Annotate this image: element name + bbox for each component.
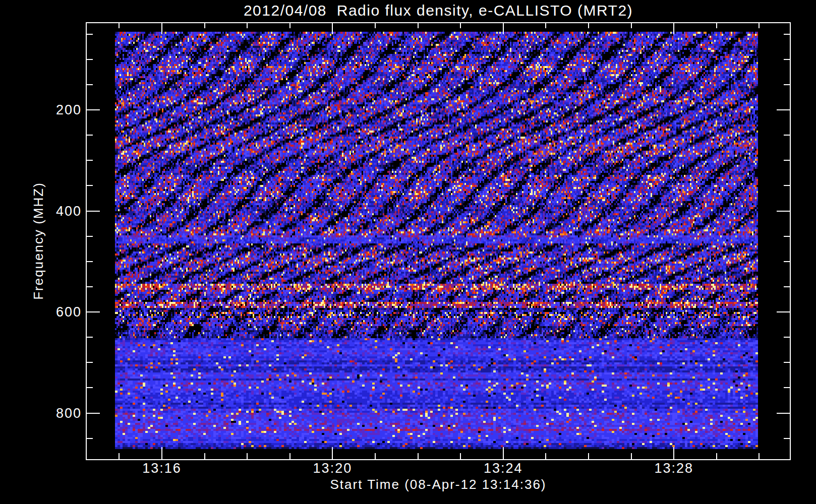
x-axis-minor-tick (119, 453, 120, 459)
y-axis-minor-tick (87, 160, 93, 161)
y-tick-label: 200 (29, 102, 82, 117)
y-axis-minor-tick (87, 286, 93, 287)
y-axis-major-tick (777, 211, 790, 212)
y-axis-major-tick (87, 211, 100, 212)
y-axis-minor-tick (87, 135, 93, 136)
y-axis-minor-tick (784, 34, 790, 35)
y-axis-minor-tick (87, 261, 93, 262)
y-axis-minor-tick (87, 438, 93, 439)
y-axis-minor-tick (784, 84, 790, 85)
y-axis-major-tick (87, 413, 100, 414)
x-axis-minor-tick (588, 453, 589, 459)
y-axis-major-tick (777, 311, 790, 312)
x-axis-major-tick (332, 22, 333, 34)
y-axis-minor-tick (784, 135, 790, 136)
y-axis-major-tick (87, 311, 100, 312)
y-axis-minor-tick (87, 84, 93, 85)
x-axis-minor-tick (375, 453, 376, 459)
x-axis-minor-tick (631, 22, 632, 28)
plot-title: 2012/04/08 Radio flux density, e-CALLIST… (86, 2, 791, 19)
y-axis-major-tick (777, 413, 790, 414)
y-axis-major-tick (87, 109, 100, 110)
x-axis-minor-tick (247, 453, 248, 459)
y-axis-minor-tick (87, 34, 93, 35)
x-axis-minor-tick (418, 22, 419, 28)
x-axis-minor-tick (716, 22, 717, 28)
x-axis-major-tick (161, 22, 162, 34)
x-axis-minor-tick (247, 22, 248, 28)
y-axis-minor-tick (784, 438, 790, 439)
y-axis-minor-tick (784, 337, 790, 338)
x-axis-minor-tick (375, 22, 376, 28)
plot-frame (86, 22, 791, 460)
x-axis-minor-tick (759, 22, 760, 28)
y-axis-minor-tick (784, 261, 790, 262)
x-axis-minor-tick (204, 22, 205, 28)
y-axis-minor-tick (87, 59, 93, 60)
x-axis-minor-tick (204, 453, 205, 459)
y-axis-minor-tick (784, 185, 790, 186)
y-axis-minor-tick (784, 387, 790, 388)
y-axis-minor-tick (784, 362, 790, 363)
x-axis-minor-tick (289, 22, 290, 28)
y-axis-minor-tick (784, 59, 790, 60)
x-axis-major-tick (503, 447, 504, 459)
y-axis-label: Frequency (MHZ) (31, 182, 46, 300)
x-axis-major-tick (673, 22, 674, 34)
x-axis-minor-tick (460, 22, 461, 28)
y-tick-label: 800 (29, 406, 82, 421)
x-axis-minor-tick (545, 453, 546, 459)
y-axis-minor-tick (784, 160, 790, 161)
y-axis-minor-tick (87, 387, 93, 388)
y-axis-minor-tick (87, 362, 93, 363)
x-tick-label: 13:16 (142, 461, 182, 476)
x-tick-label: 13:28 (654, 461, 693, 476)
x-axis-minor-tick (289, 453, 290, 459)
spectrogram-figure: 2012/04/08 Radio flux density, e-CALLIST… (0, 0, 816, 504)
x-tick-label: 13:24 (484, 461, 523, 476)
x-axis-minor-tick (759, 453, 760, 459)
y-axis-major-tick (777, 109, 790, 110)
x-tick-label: 13:20 (313, 461, 353, 476)
x-axis-minor-tick (119, 22, 120, 28)
y-axis-minor-tick (87, 236, 93, 237)
y-axis-minor-tick (87, 337, 93, 338)
x-axis-major-tick (673, 447, 674, 459)
y-tick-label: 600 (29, 304, 82, 320)
x-axis-label: Start Time (08-Apr-12 13:14:36) (86, 477, 791, 492)
y-axis-minor-tick (784, 236, 790, 237)
y-axis-minor-tick (784, 286, 790, 287)
x-axis-minor-tick (545, 22, 546, 28)
x-axis-major-tick (503, 22, 504, 34)
y-axis-minor-tick (87, 185, 93, 186)
x-axis-minor-tick (716, 453, 717, 459)
x-axis-minor-tick (631, 453, 632, 459)
x-axis-minor-tick (460, 453, 461, 459)
x-axis-major-tick (161, 447, 162, 459)
x-axis-major-tick (332, 447, 333, 459)
x-axis-minor-tick (418, 453, 419, 459)
x-axis-minor-tick (588, 22, 589, 28)
